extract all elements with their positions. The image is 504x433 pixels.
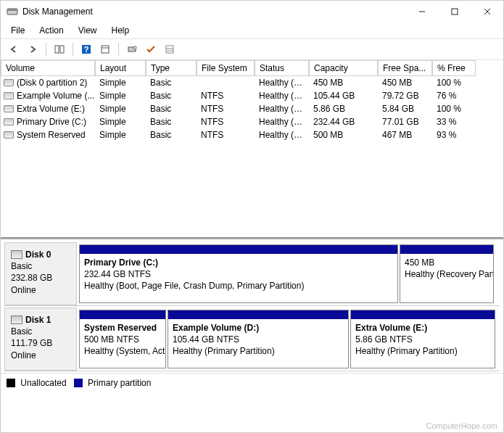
cell-fs: NTFS xyxy=(197,129,255,141)
legend-primary: Primary partition xyxy=(74,378,152,388)
minimize-button[interactable] xyxy=(405,1,438,22)
cell-capacity: 5.86 GB xyxy=(309,103,378,115)
partition-size: 500 MB NTFS xyxy=(84,334,139,345)
partition-size: 450 MB xyxy=(405,257,434,268)
refresh-button[interactable] xyxy=(123,41,141,57)
cell-status: Healthy (R... xyxy=(255,77,309,88)
table-row[interactable]: Example Volume (...SimpleBasicNTFSHealth… xyxy=(1,89,503,102)
cell-pct: 100 % xyxy=(432,103,476,115)
partition-header xyxy=(80,310,165,319)
drive-icon xyxy=(4,92,14,99)
cell-pct: 100 % xyxy=(432,77,476,88)
partition-header xyxy=(351,310,495,319)
disk-status: Online xyxy=(11,285,36,295)
maximize-button[interactable] xyxy=(438,1,471,22)
col-capacity[interactable]: Capacity xyxy=(309,60,378,76)
partition-status: Healthy (Recovery Partition) xyxy=(405,269,493,279)
menu-help[interactable]: Help xyxy=(106,24,136,37)
partition[interactable]: Primary Drive (C:)232.44 GB NTFSHealthy … xyxy=(79,244,398,303)
disk-row: Disk 0Basic232.88 GBOnlinePrimary Drive … xyxy=(4,242,500,306)
partition[interactable]: Extra Volume (E:)5.86 GB NTFSHealthy (Pr… xyxy=(350,310,495,368)
partition-size: 105.44 GB NTFS xyxy=(173,334,239,345)
partition-header xyxy=(168,310,348,319)
col-layout[interactable]: Layout xyxy=(95,60,146,76)
cell-capacity: 500 MB xyxy=(309,129,378,141)
cell-pct: 93 % xyxy=(432,129,476,141)
col-free[interactable]: Free Spa... xyxy=(378,60,432,76)
swatch-unallocated xyxy=(7,379,15,387)
menu-action[interactable]: Action xyxy=(33,24,69,37)
list-button[interactable] xyxy=(161,41,178,57)
col-fs[interactable]: File System xyxy=(197,60,255,76)
cell-pct: 76 % xyxy=(432,90,476,102)
drive-icon xyxy=(4,79,14,86)
cell-volume: Extra Volume (E:) xyxy=(17,104,85,114)
cell-volume: Primary Drive (C:) xyxy=(17,117,86,127)
menu-view[interactable]: View xyxy=(73,24,103,37)
cell-volume: Example Volume (... xyxy=(17,91,94,101)
forward-button[interactable] xyxy=(24,41,41,57)
volume-rows: (Disk 0 partition 2)SimpleBasicHealthy (… xyxy=(1,76,503,141)
partition-status: Healthy (Primary Partition) xyxy=(173,346,275,356)
col-type[interactable]: Type xyxy=(146,60,197,76)
svg-rect-7 xyxy=(60,46,64,53)
cell-layout: Simple xyxy=(95,116,146,128)
disk-label[interactable]: Disk 1Basic111.79 GBOnline xyxy=(4,308,77,371)
menu-file[interactable]: File xyxy=(5,24,30,37)
svg-rect-14 xyxy=(166,46,173,53)
svg-text:?: ? xyxy=(84,45,89,54)
volume-list[interactable]: Volume Layout Type File System Status Ca… xyxy=(1,60,503,238)
cell-type: Basic xyxy=(146,116,197,128)
drive-icon xyxy=(4,118,14,125)
drive-icon xyxy=(4,131,14,139)
column-headers: Volume Layout Type File System Status Ca… xyxy=(1,60,503,76)
col-pct[interactable]: % Free xyxy=(432,60,476,76)
cell-layout: Simple xyxy=(95,90,146,102)
cell-type: Basic xyxy=(146,77,197,88)
cell-layout: Simple xyxy=(95,103,146,115)
col-status[interactable]: Status xyxy=(255,60,309,76)
cell-fs xyxy=(197,77,255,88)
close-button[interactable] xyxy=(471,1,503,22)
disk-partitions: Primary Drive (C:)232.44 GB NTFSHealthy … xyxy=(77,242,500,305)
table-row[interactable]: Extra Volume (E:)SimpleBasicNTFSHealthy … xyxy=(1,102,503,115)
legend-unallocated-label: Unallocated xyxy=(20,378,66,388)
window-title: Disk Management xyxy=(22,7,93,17)
disk-label[interactable]: Disk 0Basic232.88 GBOnline xyxy=(4,242,77,305)
table-row[interactable]: System ReservedSimpleBasicNTFSHealthy (S… xyxy=(1,128,503,141)
separator-icon xyxy=(46,43,46,56)
disk-icon xyxy=(11,316,22,324)
settings-top-button[interactable] xyxy=(96,41,114,57)
back-button[interactable] xyxy=(5,41,22,57)
separator-icon xyxy=(118,43,119,56)
show-console-button[interactable] xyxy=(51,41,68,57)
cell-fs: NTFS xyxy=(197,90,255,102)
cell-layout: Simple xyxy=(95,77,146,88)
partition[interactable]: System Reserved500 MB NTFSHealthy (Syste… xyxy=(79,310,166,368)
watermark: ComputerHope.com xyxy=(426,421,497,430)
disk-status: Online xyxy=(11,350,36,360)
disk-row: Disk 1Basic111.79 GBOnlineSystem Reserve… xyxy=(4,308,500,371)
col-volume[interactable]: Volume xyxy=(1,60,95,76)
disk-name: Disk 1 xyxy=(25,315,51,325)
check-button[interactable] xyxy=(142,41,160,57)
cell-capacity: 450 MB xyxy=(309,77,378,88)
separator-icon xyxy=(73,43,73,56)
partition[interactable]: Example Volume (D:)105.44 GB NTFSHealthy… xyxy=(168,310,349,368)
partition-size: 5.86 GB NTFS xyxy=(355,334,413,345)
partition[interactable]: 450 MBHealthy (Recovery Partition) xyxy=(400,244,494,303)
svg-rect-6 xyxy=(55,46,59,53)
disk-type: Basic xyxy=(11,326,32,337)
help-button[interactable]: ? xyxy=(78,41,95,57)
disk-partitions: System Reserved500 MB NTFSHealthy (Syste… xyxy=(77,308,500,371)
table-row[interactable]: Primary Drive (C:)SimpleBasicNTFSHealthy… xyxy=(1,115,503,128)
cell-free: 79.72 GB xyxy=(378,90,432,102)
table-row[interactable]: (Disk 0 partition 2)SimpleBasicHealthy (… xyxy=(1,76,503,89)
disk-size: 232.88 GB xyxy=(11,273,52,283)
svg-rect-3 xyxy=(452,9,458,15)
cell-status: Healthy (B... xyxy=(255,116,309,128)
partition-title: System Reserved xyxy=(84,323,157,333)
cell-status: Healthy (P... xyxy=(255,103,309,115)
cell-capacity: 232.44 GB xyxy=(309,116,378,128)
legend-primary-label: Primary partition xyxy=(88,378,151,388)
